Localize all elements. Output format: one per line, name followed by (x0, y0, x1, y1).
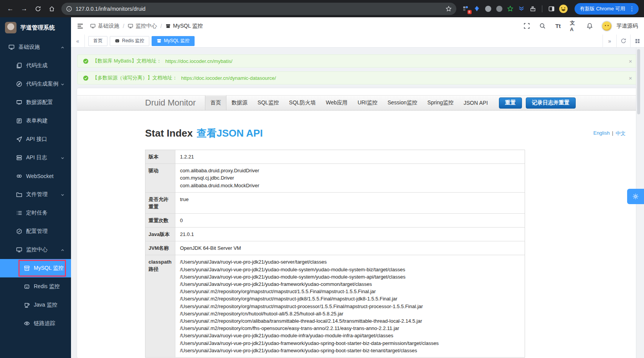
refresh-icon[interactable] (616, 35, 630, 47)
tab-home[interactable]: 首页 (88, 36, 107, 46)
translate-icon[interactable]: 文A (570, 22, 578, 30)
stat-index-table: 版本 1.2.21 驱动 com.alibaba.druid.proxy.Dru… (145, 150, 525, 358)
site-info-icon[interactable] (66, 6, 72, 12)
sidebar-item-file-manage[interactable]: 文件管理 (0, 185, 71, 204)
extensions-cluster: 8 (462, 5, 568, 13)
sidebar-item-infra[interactable]: 基础设施 (0, 38, 71, 56)
breadcrumb-item-infra[interactable]: 基础设施 (90, 23, 119, 30)
sidebar-item-redis-monitor[interactable]: Redis 监控 (0, 277, 71, 296)
fullscreen-icon[interactable] (523, 22, 530, 30)
chevrons-extension-icon[interactable] (518, 5, 525, 12)
lang-chinese-link[interactable]: 中文 (616, 130, 626, 137)
sidebar-item-mysql-monitor[interactable]: MySQL 监控 (0, 259, 71, 277)
druid-tab-uri[interactable]: URI监控 (353, 96, 383, 110)
app-header: 基础设施 / 监控中心 / MySQL 监控 (71, 17, 644, 35)
sidebar-item-java-monitor[interactable]: Java 监控 (0, 296, 71, 314)
sidebar-item-websocket[interactable]: WebSocket (0, 167, 71, 185)
tags-scroll-right-icon[interactable]: » (603, 35, 616, 47)
bell-icon[interactable] (586, 22, 593, 30)
presentation-board-icon (16, 99, 22, 106)
tags-scroll-left-icon[interactable]: « (71, 35, 85, 47)
search-icon[interactable] (538, 22, 546, 30)
sidebar-item-monitor-center[interactable]: 监控中心 (0, 241, 71, 259)
sidebar-item-code-gen[interactable]: 代码生成 (0, 56, 71, 75)
druid-tab-index[interactable]: 首页 (205, 96, 226, 110)
extension-badge-icon[interactable]: 8 (462, 5, 469, 12)
breadcrumb-separator: / (123, 23, 124, 29)
side-panel-icon[interactable] (548, 5, 555, 12)
scrollbar-thumb[interactable] (637, 49, 640, 114)
sidebar-item-trace[interactable]: 链路追踪 (0, 314, 71, 333)
reset-button[interactable]: 重置 (499, 97, 522, 109)
alert-text: 【数据库 MyBatis】文档地址： (92, 58, 162, 64)
breadcrumb-separator: / (160, 23, 162, 29)
doc-link[interactable]: https://doc.iocoder.cn/dynamic-datasourc… (181, 75, 276, 81)
close-icon[interactable]: × (629, 75, 632, 81)
font-size-icon[interactable]: Tt (554, 22, 562, 30)
alert-text: 【多数据源（读写分离）】文档地址： (92, 74, 177, 81)
green-star-extension-icon[interactable] (507, 5, 514, 12)
log-and-reset-button[interactable]: 记录日志并重置 (526, 97, 576, 109)
sidebar-item-datasource-config[interactable]: 数据源配置 (0, 93, 71, 112)
chrome-update-button[interactable]: 有新版 Chrome 可用 ⋮ (575, 3, 639, 15)
sidebar-item-code-gen-case[interactable]: 代码生成案例 (0, 75, 71, 93)
tab-redis-monitor[interactable]: Redis 监控 (110, 36, 149, 46)
doc-link[interactable]: https://doc.iocoder.cn/mybatis/ (165, 58, 233, 64)
breadcrumb-item-mysql-monitor: MySQL 监控 (165, 23, 203, 30)
back-icon[interactable]: ← (4, 2, 17, 15)
reload-icon[interactable] (31, 2, 45, 15)
row-label: JVM名称 (145, 241, 175, 255)
druid-tab-session[interactable]: Session监控 (383, 96, 423, 110)
layout-grid-icon[interactable] (630, 35, 644, 47)
gray-extension-icon-2[interactable] (496, 5, 503, 12)
kite-extension-icon[interactable] (474, 5, 481, 12)
druid-tab-datasource[interactable]: 数据源 (226, 96, 253, 110)
tab-mysql-monitor[interactable]: MySQL 监控 (152, 36, 195, 46)
view-json-api-link[interactable]: 查看JSON API (197, 127, 263, 140)
tags-view-bar: « 首页 Redis 监控 MySQL 监控 » (71, 35, 644, 48)
theme-settings-button[interactable] (627, 189, 644, 204)
chrome-update-label: 有新版 Chrome 可用 (580, 5, 625, 12)
table-row: 驱动 com.alibaba.druid.proxy.DruidDriver c… (145, 164, 525, 193)
druid-tab-spring[interactable]: Spring监控 (423, 96, 459, 110)
breadcrumb-item-monitor-center[interactable]: 监控中心 (128, 23, 157, 30)
eye-icon (24, 320, 30, 327)
druid-title: Druid Monitor (145, 98, 196, 108)
app-title: 芋道管理系统 (20, 24, 55, 31)
close-icon[interactable]: × (629, 58, 632, 64)
profile-avatar[interactable] (559, 5, 568, 13)
puzzle-extensions-icon[interactable] (529, 5, 536, 12)
gray-extension-icon[interactable] (485, 5, 492, 12)
user-avatar[interactable] (601, 21, 612, 31)
server-icon (16, 155, 22, 161)
druid-tab-sql[interactable]: SQL监控 (253, 96, 284, 110)
chevron-up-icon (60, 45, 65, 49)
sidebar-item-api-interface[interactable]: API 接口 (0, 130, 71, 148)
user-name[interactable]: 芋道源码 (616, 23, 638, 30)
row-label: 版本 (145, 150, 175, 163)
task-list-icon (16, 210, 22, 216)
sidebar-item-scheduled-task[interactable]: 定时任务 (0, 204, 71, 222)
sidebar-fold-icon[interactable] (76, 21, 85, 31)
monitor-icon (8, 44, 15, 50)
sidebar-item-form-builder[interactable]: 表单构建 (0, 112, 71, 130)
kebab-menu-icon[interactable]: ⋮ (629, 5, 635, 12)
sidebar-item-api-log[interactable]: API 日志 (0, 148, 71, 167)
forward-icon[interactable]: → (18, 2, 31, 15)
app-logo (5, 22, 17, 33)
chevron-down-icon (60, 155, 65, 160)
address-bar[interactable]: 127.0.0.1/infra/monitors/druid (61, 3, 456, 15)
monitor-icon (128, 23, 133, 29)
druid-tab-webapp[interactable]: Web应用 (321, 96, 353, 110)
home-icon[interactable] (45, 2, 58, 15)
language-switch: English | 中文 (593, 130, 626, 137)
bookmark-star-icon[interactable] (443, 3, 454, 14)
app-logo-row[interactable]: 芋道管理系统 (0, 17, 71, 38)
row-value: /Users/yunai/Java/ruoyi-vue-pro-jdk21/yu… (175, 255, 525, 357)
druid-tab-wall[interactable]: SQL防火墙 (284, 96, 321, 110)
druid-tab-json-api[interactable]: JSON API (459, 96, 493, 110)
row-value: 1.2.21 (175, 150, 525, 163)
storage-box-icon (24, 265, 30, 271)
sidebar-item-config-manage[interactable]: 配置管理 (0, 222, 71, 241)
lang-english-link[interactable]: English (593, 130, 610, 137)
